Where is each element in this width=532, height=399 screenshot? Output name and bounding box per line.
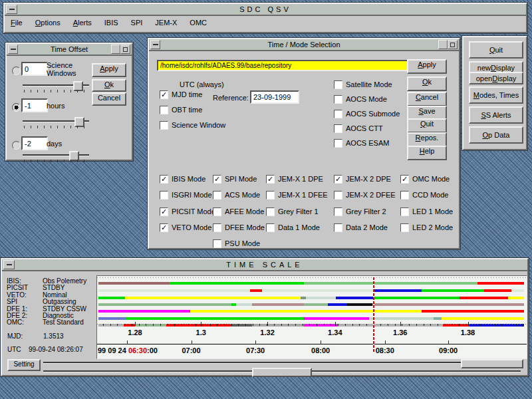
menu-spi[interactable]: SPI bbox=[128, 17, 146, 28]
mode-grey-filter-1-checkbox[interactable] bbox=[266, 207, 275, 216]
setting-button[interactable]: Setting bbox=[7, 359, 41, 371]
minimize-button[interactable] bbox=[6, 5, 17, 14]
mode-jem-x-2-dfee-checkbox[interactable] bbox=[334, 191, 342, 200]
mjd-minor-tick bbox=[203, 324, 203, 326]
mode-isgri-mode-checkbox[interactable] bbox=[160, 191, 168, 200]
h-scrollbar-track[interactable] bbox=[43, 362, 521, 364]
quit-button[interactable]: Quit bbox=[407, 118, 447, 133]
mjd-minor-tick bbox=[317, 324, 317, 326]
apply-button[interactable]: Apply bbox=[92, 63, 126, 77]
mode-jem-x-1-dfee-checkbox[interactable] bbox=[266, 191, 275, 200]
mode-spi-mode-checkbox[interactable]: ✓ bbox=[213, 175, 221, 184]
minimize-icon bbox=[9, 9, 15, 10]
offset-radio-days[interactable] bbox=[12, 141, 21, 150]
aocscheck-satellite-mode-checkbox[interactable] bbox=[334, 80, 342, 89]
offset-value-scw[interactable]: 0 bbox=[21, 62, 48, 76]
op-data-button[interactable]: Op Data bbox=[469, 126, 523, 144]
modes-times-button[interactable]: Modes, Times bbox=[469, 86, 523, 104]
mode-led-2-mode-checkbox[interactable] bbox=[400, 223, 409, 232]
mode-ibis-mode-checkbox[interactable]: ✓ bbox=[160, 175, 168, 184]
mode-data-2-mode-checkbox[interactable] bbox=[334, 223, 342, 232]
aocscheck-aocs-esam-checkbox[interactable] bbox=[334, 139, 342, 148]
aocscheck-aocs-ctt-checkbox[interactable] bbox=[334, 124, 342, 133]
timecheck-obt-time-checkbox[interactable] bbox=[160, 106, 168, 114]
apply-button[interactable]: Apply bbox=[407, 59, 447, 74]
mode-data-1-mode-checkbox[interactable] bbox=[266, 223, 275, 232]
cancel-button[interactable]: Cancel bbox=[407, 92, 447, 106]
main-window: SDC QSV FileOptionsAlertsIBISSPIJEM-XOMC bbox=[3, 3, 527, 33]
menu-options[interactable]: Options bbox=[32, 17, 64, 28]
maximize-button[interactable] bbox=[120, 45, 130, 54]
timeline-segment bbox=[190, 310, 422, 313]
mjd-minor-tick bbox=[509, 324, 509, 326]
time-offset-titlebar[interactable]: Time Offset bbox=[7, 44, 132, 56]
instrument-name: OMC: bbox=[7, 319, 43, 326]
mode-picsit-mode-checkbox[interactable]: ✓ bbox=[160, 207, 168, 216]
cancel-button[interactable]: Cancel bbox=[92, 92, 126, 106]
menu-jem-x[interactable]: JEM-X bbox=[152, 17, 180, 28]
mode-psu-mode-label: PSU Mode bbox=[225, 239, 260, 247]
mode-acs-mode-checkbox[interactable] bbox=[213, 191, 221, 200]
aocscheck-aocs-submode-checkbox[interactable] bbox=[334, 110, 342, 118]
window-menu-button[interactable] bbox=[438, 40, 448, 49]
open-display-button[interactable]: open Display bbox=[469, 72, 523, 84]
mode-psu-mode-checkbox[interactable] bbox=[213, 239, 221, 248]
menu-file[interactable]: File bbox=[7, 17, 26, 28]
ok-button[interactable]: Ok bbox=[407, 76, 447, 91]
offset-slider-days[interactable] bbox=[23, 151, 89, 162]
mjd-minor-tick bbox=[103, 324, 104, 326]
aocscheck-satellite-mode-label: Satellite Mode bbox=[346, 80, 392, 88]
h-scrollbar-thumb[interactable] bbox=[461, 359, 523, 368]
maximize-button[interactable] bbox=[448, 40, 458, 49]
mode-jem-x-2-dfee-label: JEM-X 2 DFEE bbox=[346, 191, 396, 199]
ok-button[interactable]: Ok bbox=[92, 79, 126, 92]
minimize-button[interactable] bbox=[8, 45, 18, 54]
mode-afee-mode-checkbox[interactable] bbox=[213, 207, 221, 216]
aocscheck-aocs-mode-checkbox[interactable] bbox=[334, 95, 342, 104]
minimize-button[interactable] bbox=[3, 260, 15, 269]
reference-field[interactable]: 23-09-1999 bbox=[250, 90, 299, 104]
mode-grey-filter-1-label: Grey Filter 1 bbox=[278, 207, 319, 215]
menu-ibis[interactable]: IBIS bbox=[101, 17, 122, 28]
mode-grey-filter-2-checkbox[interactable] bbox=[334, 207, 342, 216]
mode-led-1-mode-checkbox[interactable] bbox=[400, 207, 409, 216]
offset-slider-scw[interactable] bbox=[23, 81, 89, 92]
mode-data-1-mode-label: Data 1 Mode bbox=[278, 223, 320, 231]
mode-jem-x-2-dpe-checkbox[interactable]: ✓ bbox=[334, 175, 342, 184]
ss-alerts-button[interactable]: SS Alerts bbox=[469, 106, 523, 124]
time-mode-titlebar[interactable]: Time / Mode Selection bbox=[149, 39, 459, 51]
mjd-tick-label: 1.38 bbox=[461, 329, 475, 336]
mode-omc-mode-checkbox[interactable]: ✓ bbox=[400, 175, 409, 184]
mjd-minor-tick bbox=[303, 324, 303, 326]
timeline-segment bbox=[484, 289, 511, 292]
repository-path-field[interactable]: /home/isdc/rohlfs/ADAES.99/base/reposito… bbox=[157, 60, 408, 71]
timeline-plot[interactable]: 1.281.31.321.341.361.3899 09 24 06:30:00… bbox=[96, 275, 527, 359]
offset-value-days[interactable]: -2 bbox=[21, 136, 48, 150]
mode-ccd-mode-checkbox[interactable] bbox=[400, 191, 409, 200]
timescale-window: TIME SCALE IBIS:Obs PolemetryPICSITSTDBY… bbox=[1, 258, 529, 376]
offset-slider-hours[interactable] bbox=[23, 117, 89, 128]
mjd-minor-tick bbox=[523, 324, 523, 326]
offset-radio-scw[interactable] bbox=[12, 66, 21, 75]
mode-dfee-mode-checkbox[interactable] bbox=[213, 223, 221, 232]
mode-veto-mode-checkbox[interactable]: ✓ bbox=[160, 223, 168, 232]
repos-button[interactable]: Repos. bbox=[407, 132, 447, 147]
window-menu-button[interactable] bbox=[111, 45, 120, 54]
mode-dfee-mode-label: DFEE Mode bbox=[225, 223, 265, 231]
help-button[interactable]: Help bbox=[407, 146, 447, 160]
timecheck-science-window-checkbox[interactable] bbox=[160, 121, 168, 130]
zoom-slider-thumb[interactable] bbox=[252, 368, 312, 377]
maximize-icon bbox=[450, 43, 455, 47]
timeline-segment bbox=[508, 297, 524, 299]
offset-radio-hours[interactable] bbox=[12, 103, 21, 112]
menu-alerts[interactable]: Alerts bbox=[70, 17, 95, 28]
quit-button[interactable]: Quit bbox=[469, 41, 523, 59]
timescale-titlebar[interactable]: TIME SCALE bbox=[2, 259, 527, 271]
offset-value-hours[interactable]: -1 bbox=[21, 98, 48, 112]
mode-jem-x-1-dpe-checkbox[interactable]: ✓ bbox=[266, 175, 275, 184]
main-titlebar[interactable]: SDC QSV bbox=[5, 4, 526, 16]
minimize-button[interactable] bbox=[150, 40, 160, 49]
menu-omc[interactable]: OMC bbox=[186, 17, 210, 28]
time-cursor[interactable] bbox=[373, 277, 374, 353]
timecheck-mjd-time-checkbox[interactable]: ✓ bbox=[160, 90, 168, 99]
